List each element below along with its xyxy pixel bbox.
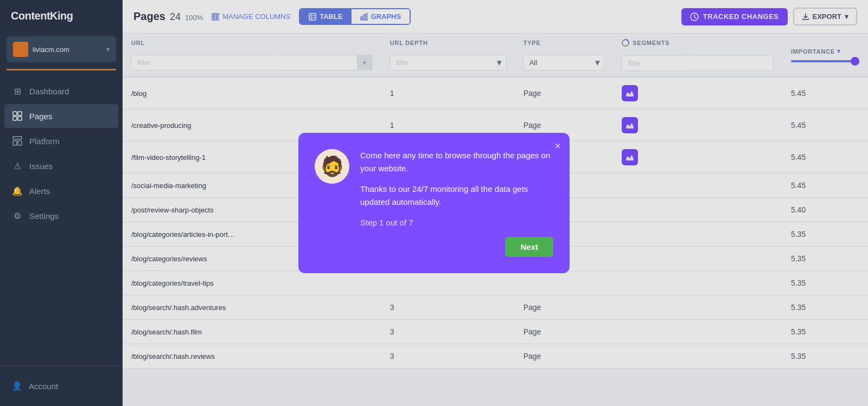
modal-title-text: Come here any time to browse through the… (360, 149, 553, 175)
modal-close-button[interactable]: × (554, 140, 561, 151)
modal-step-text: Step 1 out of 7 (360, 216, 553, 229)
modal-avatar: 🧔 (315, 149, 349, 184)
modal-next-button[interactable]: Next (505, 237, 553, 257)
onboarding-modal: 🧔 Come here any time to browse through t… (298, 133, 570, 273)
avatar-emoji: 🧔 (320, 155, 344, 178)
modal-content: Come here any time to browse through the… (360, 149, 553, 257)
modal-body-text: Thanks to our 24/7 monitoring all the da… (360, 183, 553, 209)
modal-overlay: 🧔 Come here any time to browse through t… (0, 0, 868, 406)
